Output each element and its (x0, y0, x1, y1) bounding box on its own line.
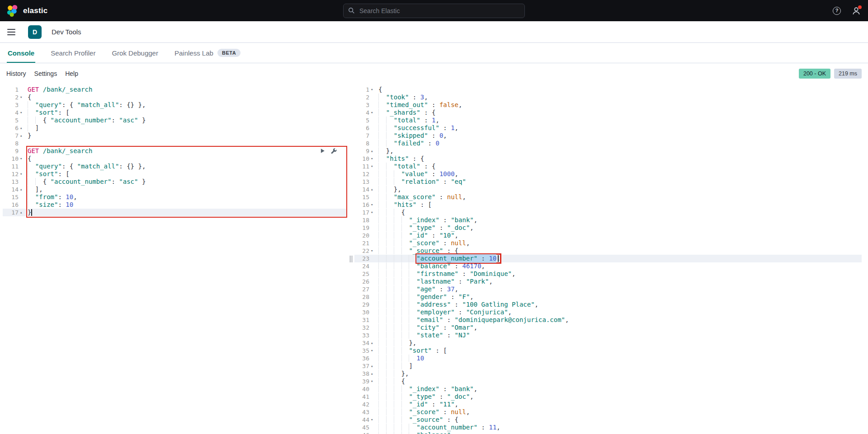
code-line[interactable]: 17▴} (3, 209, 347, 216)
fold-toggle-icon[interactable]: ▴ (20, 124, 26, 132)
fold-toggle-icon[interactable]: ▾ (20, 170, 26, 178)
code-line[interactable]: 32 "city" : "Omar", (354, 324, 862, 331)
code-line[interactable]: 8 "failed" : 0 (354, 140, 862, 147)
code-line[interactable]: 14▴ }, (354, 186, 862, 193)
settings-link[interactable]: Settings (34, 70, 57, 77)
code-line[interactable]: 31 "email" : "dominiquepark@conjurica.co… (354, 316, 862, 324)
code-line[interactable]: 27 "age" : 37, (354, 285, 862, 293)
code-line[interactable]: 18 "_index" : "bank", (354, 216, 862, 224)
fold-toggle-icon[interactable]: ▴ (371, 339, 377, 347)
code-line[interactable]: 43 "_score" : null, (354, 408, 862, 416)
code-line[interactable]: 5 "total" : 1, (354, 117, 862, 124)
fold-toggle-icon[interactable]: ▾ (20, 109, 26, 117)
code-line[interactable]: 21 "_score" : null, (354, 239, 862, 247)
code-line[interactable]: 7 "skipped" : 0, (354, 132, 862, 140)
global-search-box[interactable] (343, 4, 525, 18)
tab-painless-lab[interactable]: Painless Lab BETA (174, 43, 241, 63)
code-line[interactable]: 16▾ "hits" : [ (354, 201, 862, 209)
elastic-logo-icon[interactable] (6, 5, 19, 17)
code-line[interactable]: 24 "balance" : 46170, (354, 262, 862, 270)
fold-toggle-icon[interactable]: ▴ (20, 209, 26, 216)
fold-toggle-icon[interactable]: ▴ (371, 370, 377, 378)
code-line[interactable]: 4▾ "_shards" : { (354, 109, 862, 117)
code-line[interactable]: 37▴ ] (354, 362, 862, 370)
help-icon[interactable]: ? (833, 7, 841, 15)
code-line[interactable]: 19 "_type" : "_doc", (354, 224, 862, 232)
code-line[interactable]: 4▾ "sort": [ (3, 109, 347, 117)
user-menu-icon[interactable] (852, 6, 861, 15)
code-line[interactable]: 25 "firstname" : "Dominique", (354, 270, 862, 278)
code-line[interactable]: 14▴ ], (3, 186, 347, 193)
code-line[interactable]: 35▾ "sort" : [ (354, 347, 862, 355)
code-line[interactable]: 2 "took" : 3, (354, 93, 862, 101)
code-line[interactable]: 10▾ "hits" : { (354, 155, 862, 163)
fold-toggle-icon[interactable]: ▾ (371, 163, 377, 170)
code-line[interactable]: 13 { "account_number": "asc" } (3, 178, 347, 186)
code-line[interactable]: 9▴ }, (354, 147, 862, 155)
tab-console[interactable]: Console (7, 43, 35, 63)
fold-toggle-icon[interactable]: ▴ (20, 132, 26, 140)
code-line[interactable]: 41 "_type" : "_doc", (354, 393, 862, 401)
code-line[interactable]: 12▾ "sort": [ (3, 170, 347, 178)
code-line[interactable]: 2▾{ (3, 93, 347, 101)
code-line[interactable]: 29 "address" : "100 Gatling Place", (354, 301, 862, 308)
code-line[interactable]: 46 "balance" : (354, 431, 862, 434)
code-line[interactable]: 28 "gender" : "F", (354, 293, 862, 301)
fold-toggle-icon[interactable]: ▾ (371, 347, 377, 355)
code-line[interactable]: 15 "max_score" : null, (354, 193, 862, 201)
code-line[interactable]: 6 "successful" : 1, (354, 124, 862, 132)
fold-toggle-icon[interactable]: ▾ (371, 209, 377, 216)
code-line[interactable]: 44▾ "_source" : { (354, 416, 862, 424)
code-line[interactable]: 40 "_index" : "bank", (354, 385, 862, 393)
code-line[interactable]: 42 "_id" : "11", (354, 401, 862, 408)
code-line[interactable]: 22▾ "_source" : { (354, 247, 862, 255)
menu-button[interactable] (0, 29, 20, 35)
code-line[interactable]: 13 "relation" : "eq" (354, 178, 862, 186)
code-line[interactable]: 5 { "account_number": "asc" } (3, 117, 347, 124)
code-line[interactable]: 17▾ { (354, 209, 862, 216)
history-link[interactable]: History (6, 70, 26, 77)
fold-toggle-icon[interactable]: ▴ (371, 186, 377, 193)
code-line[interactable]: 11▾ "total" : { (354, 163, 862, 170)
search-input[interactable] (359, 7, 520, 15)
code-line[interactable]: 6▴ ] (3, 124, 347, 132)
help-link[interactable]: Help (65, 70, 78, 77)
code-line[interactable]: 30 "employer" : "Conjurica", (354, 308, 862, 316)
code-line[interactable]: 1▾{ (354, 86, 862, 93)
code-line[interactable]: 15 "from": 10, (3, 193, 347, 201)
fold-toggle-icon[interactable]: ▾ (20, 93, 26, 101)
code-line[interactable]: 1GET /bank/_search (3, 86, 347, 93)
fold-toggle-icon[interactable]: ▴ (371, 362, 377, 370)
fold-toggle-icon[interactable]: ▾ (20, 155, 26, 163)
fold-toggle-icon[interactable]: ▴ (20, 186, 26, 193)
code-line[interactable]: 10▾{ (3, 155, 347, 163)
code-line[interactable]: 20 "_id" : "10", (354, 232, 862, 239)
pane-divider[interactable] (347, 84, 354, 434)
fold-toggle-icon[interactable]: ▴ (371, 147, 377, 155)
code-line[interactable]: 23 "account_number" : 10, (354, 255, 862, 262)
code-line[interactable]: 34▴ }, (354, 339, 862, 347)
code-line[interactable]: 26 "lastname" : "Park", (354, 278, 862, 285)
fold-toggle-icon[interactable]: ▾ (371, 155, 377, 163)
space-avatar[interactable]: D (28, 25, 42, 39)
fold-toggle-icon[interactable]: ▾ (371, 416, 377, 424)
code-line[interactable]: 3 "timed_out" : false, (354, 101, 862, 109)
tab-search-profiler[interactable]: Search Profiler (50, 43, 96, 63)
code-line[interactable]: 33 "state" : "NJ" (354, 331, 862, 339)
fold-toggle-icon[interactable]: ▾ (371, 247, 377, 255)
response-pane[interactable]: 1▾{2 "took" : 3,3 "timed_out" : false,4▾… (354, 84, 862, 434)
request-editor[interactable]: 1GET /bank/_search2▾{3 "query": { "match… (3, 84, 347, 434)
code-line[interactable]: 38▴ }, (354, 370, 862, 378)
code-line[interactable]: 39▾ { (354, 378, 862, 385)
tab-grok-debugger[interactable]: Grok Debugger (111, 43, 159, 63)
code-line[interactable]: 36 10 (354, 355, 862, 362)
code-line[interactable]: 45 "account_number" : 11, (354, 424, 862, 431)
fold-toggle-icon[interactable]: ▾ (371, 378, 377, 385)
code-line[interactable]: 12 "value" : 1000, (354, 170, 862, 178)
fold-toggle-icon[interactable]: ▾ (371, 86, 377, 93)
code-line[interactable]: 7▴} (3, 132, 347, 140)
fold-toggle-icon[interactable]: ▾ (371, 109, 377, 117)
code-line[interactable]: 16 "size": 10 (3, 201, 347, 209)
code-line[interactable]: 3 "query": { "match_all": {} }, (3, 101, 347, 109)
code-line[interactable]: 11 "query": { "match_all": {} }, (3, 163, 347, 170)
